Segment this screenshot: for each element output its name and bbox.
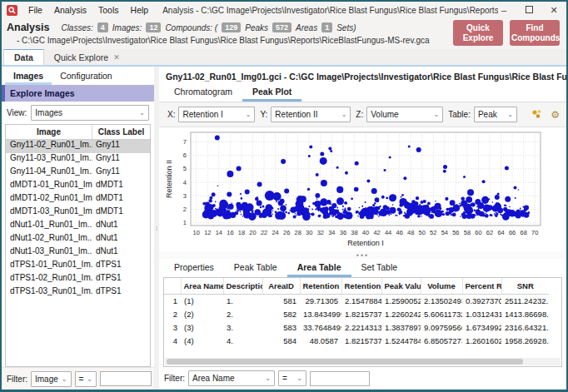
y-axis-dropdown[interactable]: Retention II⌄ bbox=[271, 107, 351, 122]
table-row[interactable]: 3(3)3.58333.7648499...2.22143135...1.383… bbox=[164, 320, 549, 334]
table-cell: 583 bbox=[262, 320, 300, 334]
table-cell: 4. bbox=[223, 334, 262, 347]
tab-properties[interactable]: Properties bbox=[164, 260, 224, 277]
svg-text:28: 28 bbox=[295, 229, 301, 236]
x-axis-dropdown[interactable]: Retention I⌄ bbox=[178, 107, 255, 122]
image-list: Image Class Label Gny11-02_Run01_Im...Gn… bbox=[5, 124, 151, 367]
list-item[interactable]: Gny11-03_Run01_Im...Gny11 bbox=[6, 153, 150, 166]
tab-images[interactable]: Images bbox=[5, 68, 52, 85]
stat-label: Compounds: ( bbox=[165, 23, 217, 32]
maximize-icon[interactable] bbox=[523, 4, 535, 16]
area-filter-op-dropdown[interactable]: =⌄ bbox=[278, 370, 306, 386]
svg-text:34: 34 bbox=[328, 229, 335, 236]
tab-quick-explore[interactable]: Quick Explore✕ bbox=[44, 50, 130, 65]
table-column-header[interactable]: Peak Value bbox=[381, 278, 421, 294]
stat-badge: 129 bbox=[222, 22, 241, 32]
image-name-cell: dTPS1-02_Run01_Im... bbox=[6, 273, 92, 286]
list-item[interactable]: Gny11-04_Run01_Im...Gny11 bbox=[6, 166, 150, 180]
list-item[interactable]: dMDT1-02_Run01_Im...dMDT1 bbox=[6, 193, 150, 206]
area-filter-bar: Filter: Area Name⌄ =⌄ bbox=[159, 367, 566, 390]
image-filter-field-dropdown[interactable]: Image⌄ bbox=[31, 371, 72, 387]
minimize-icon[interactable]: – bbox=[498, 4, 510, 16]
table-column-header[interactable]: AreaID bbox=[262, 278, 300, 294]
tab-area-table[interactable]: Area Table bbox=[287, 260, 351, 277]
stat-label: Sets) bbox=[336, 23, 356, 32]
table-column-header[interactable]: Volume bbox=[421, 278, 462, 294]
z-axis-dropdown[interactable]: Volume⌄ bbox=[366, 107, 443, 122]
tab-peak-table[interactable]: Peak Table bbox=[224, 260, 287, 277]
area-filter-input[interactable] bbox=[310, 371, 370, 386]
class-label-cell: dTPS1 bbox=[92, 286, 150, 300]
list-item[interactable]: Gny11-02_Run01_Im...Gny11 bbox=[6, 140, 150, 153]
table-column-header[interactable]: Area Name bbox=[181, 278, 223, 294]
table-cell: 4 bbox=[164, 334, 181, 347]
list-item[interactable]: dNut1-03_Run01_Im...dNut1 bbox=[6, 246, 150, 260]
list-item[interactable]: dMDT1-03_Run01_Im...dMDT1 bbox=[6, 206, 150, 220]
scrollbar-thumb[interactable] bbox=[167, 359, 523, 365]
view-dropdown[interactable]: Images⌄ bbox=[31, 105, 149, 121]
column-class-label: Class Label bbox=[92, 125, 150, 139]
tab-peak-plot[interactable]: Peak Plot bbox=[242, 84, 301, 102]
peak-plot-chart[interactable]: 1012141618202224262830323436384042444648… bbox=[159, 127, 566, 251]
svg-text:12: 12 bbox=[204, 229, 211, 236]
list-item[interactable]: dTPS1-01_Run01_Im...dTPS1 bbox=[6, 260, 150, 273]
menu-item-analysis[interactable]: Analysis bbox=[48, 5, 92, 15]
title-bar: FileAnalysisToolsHelp Analysis - C:\GC I… bbox=[2, 2, 566, 18]
plot-table-splitter[interactable]: ••• bbox=[159, 251, 566, 259]
x-axis-label: X: bbox=[167, 110, 175, 119]
tab-chromatogram[interactable]: Chromatogram bbox=[164, 84, 242, 102]
table-column-header[interactable]: Retention II bbox=[341, 278, 381, 294]
horizontal-scrollbar[interactable] bbox=[165, 358, 561, 365]
quick-explore-button[interactable]: Quick Explore bbox=[453, 20, 503, 46]
table-dropdown[interactable]: Peak⌄ bbox=[474, 107, 517, 122]
menu-item-tools[interactable]: Tools bbox=[92, 5, 125, 15]
window-controls: – ✕ bbox=[498, 4, 560, 16]
svg-text:56: 56 bbox=[452, 229, 459, 236]
list-item[interactable]: dNut1-02_Run01_Im...dNut1 bbox=[6, 233, 150, 246]
table-cell: 1.22602426... bbox=[381, 307, 421, 320]
table-column-header[interactable]: SNR bbox=[501, 278, 549, 294]
svg-text:48: 48 bbox=[407, 229, 414, 236]
image-name-cell: dTPS1-01_Run01_Im... bbox=[6, 260, 92, 273]
svg-text:5: 5 bbox=[183, 165, 187, 172]
table-row[interactable]: 1(1)1.58129.713052.15478841...1.25900523… bbox=[164, 294, 549, 307]
main-tab-bar: DataQuick Explore✕ bbox=[2, 49, 566, 67]
list-item[interactable]: dMDT1-01_Run01_Im...dMDT1 bbox=[6, 180, 150, 193]
table-row[interactable]: 2(2)2.58213.8434999...1.82157371...1.226… bbox=[164, 307, 549, 320]
table-cell: 581 bbox=[262, 294, 300, 307]
list-item[interactable]: dTPS1-02_Run01_Im...dTPS1 bbox=[6, 273, 150, 286]
image-name-cell: dTPS1-03_Run01_Im... bbox=[6, 286, 92, 300]
stat-label: Images: bbox=[112, 23, 142, 32]
settings-gear-icon[interactable]: ⚙ bbox=[551, 110, 560, 120]
image-name-cell: dMDT1-01_Run01_Im... bbox=[6, 180, 92, 193]
find-compounds-button[interactable]: Find Compounds bbox=[510, 20, 560, 46]
tab-data[interactable]: Data bbox=[3, 48, 44, 65]
menu-item-file[interactable]: File bbox=[22, 5, 48, 15]
analysis-header: Analysis Classes:4Images:12Compounds: (1… bbox=[2, 18, 566, 49]
image-name-cell: Gny11-02_Run01_Im... bbox=[6, 140, 92, 153]
table-row[interactable]: 4(4)4.58448.05871.82157371...1.52447844.… bbox=[164, 334, 549, 347]
paint-splatter-icon[interactable] bbox=[531, 107, 542, 122]
y-axis-label: Y: bbox=[260, 110, 267, 119]
list-item[interactable]: dNut1-01_Run01_Im...dNut1 bbox=[6, 220, 150, 233]
list-item[interactable]: dTPS1-03_Run01_Im...dTPS1 bbox=[6, 286, 150, 300]
close-tab-icon[interactable]: ✕ bbox=[113, 53, 120, 62]
table-column-header[interactable]: Percent Re... bbox=[462, 278, 501, 294]
close-icon[interactable]: ✕ bbox=[548, 4, 560, 16]
table-cell: 1. bbox=[223, 294, 262, 307]
menu-item-help[interactable]: Help bbox=[125, 5, 155, 15]
table-column-header[interactable]: Description bbox=[223, 278, 262, 294]
table-column-header[interactable] bbox=[164, 278, 181, 294]
table-column-header[interactable]: Retention I bbox=[300, 278, 341, 294]
svg-text:36: 36 bbox=[340, 229, 346, 236]
tab-set-table[interactable]: Set Table bbox=[351, 260, 408, 277]
image-filter-input[interactable] bbox=[100, 371, 152, 386]
image-filter-op-dropdown[interactable]: =⌄ bbox=[75, 371, 97, 387]
stat-badge: 1 bbox=[321, 22, 332, 32]
tab-configuration[interactable]: Configuration bbox=[52, 68, 120, 85]
area-filter-field-dropdown[interactable]: Area Name⌄ bbox=[188, 370, 275, 386]
image-filter-bar: Filter: Image⌄ =⌄ bbox=[2, 367, 154, 390]
chevron-down-icon: ⌄ bbox=[296, 375, 302, 382]
image-list-header[interactable]: Image Class Label bbox=[6, 125, 150, 140]
class-label-cell: Gny11 bbox=[92, 153, 150, 166]
